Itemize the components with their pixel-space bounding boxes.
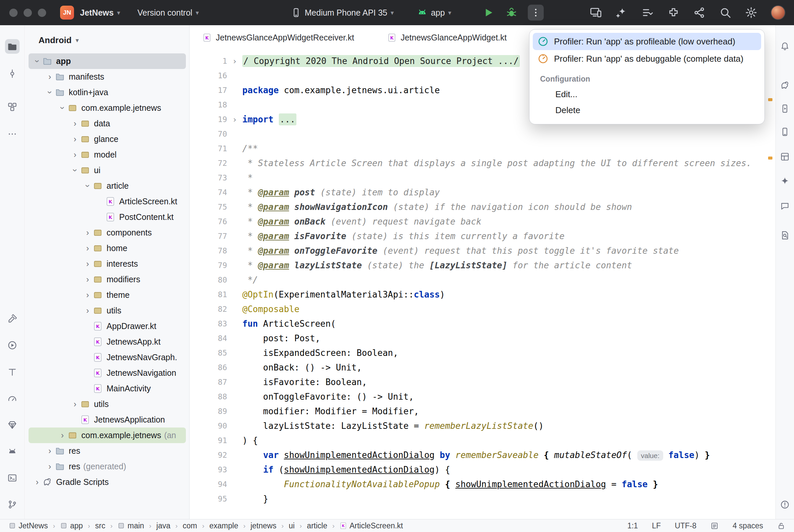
tool-button-running-devices-icon[interactable] xyxy=(778,101,792,115)
tree-chevron-icon[interactable]: › xyxy=(82,274,93,284)
tool-button-device-manager-icon[interactable] xyxy=(5,444,20,459)
task-list-icon[interactable] xyxy=(641,6,654,19)
caret-position-widget[interactable]: 1:1 xyxy=(627,521,638,530)
scrollbar-warning-tick[interactable] xyxy=(768,156,772,159)
code-line-71[interactable]: 71/** xyxy=(190,141,775,156)
tree-chevron-icon[interactable]: › xyxy=(82,306,93,316)
encoding-widget[interactable]: UTF-8 xyxy=(675,521,697,530)
code-line-75[interactable]: 75 * @param showNavigationIcon (state) i… xyxy=(190,200,775,214)
device-selector[interactable]: Medium Phone API 35 ▾ xyxy=(291,7,394,18)
user-avatar[interactable] xyxy=(771,5,786,20)
project-view-selector[interactable]: Android ▾ xyxy=(25,25,189,53)
code-line-84[interactable]: 84 post: Post, xyxy=(190,331,775,346)
code-line-95[interactable]: 95 } xyxy=(190,492,775,506)
tree-chevron-icon[interactable]: › xyxy=(82,244,93,253)
popup-item-profiler-debuggable[interactable]: Profiler: Run 'app' as debuggable (compl… xyxy=(533,50,761,67)
tree-item-manifests[interactable]: ›manifests xyxy=(29,69,186,84)
tree-chevron-icon[interactable]: › xyxy=(70,165,80,176)
tree-item-com-example-jetnews[interactable]: ›com.example.jetnews(an xyxy=(29,428,186,443)
project-selector[interactable]: JetNews ▾ xyxy=(80,8,120,18)
code-line-93[interactable]: 93 if (showUnimplementedActionDialog) { xyxy=(190,462,775,477)
tree-chevron-icon[interactable]: › xyxy=(70,399,80,409)
code-line-92[interactable]: 92 var showUnimplementedActionDialog by … xyxy=(190,448,775,462)
tree-chevron-icon[interactable]: › xyxy=(58,103,68,113)
unlocked-icon[interactable] xyxy=(777,522,786,530)
tree-chevron-icon[interactable]: › xyxy=(57,431,68,440)
breadcrumb-item-java[interactable]: java xyxy=(156,521,170,530)
code-line-88[interactable]: 88 onToggleFavorite: () -> Unit, xyxy=(190,390,775,404)
line-ending-widget[interactable]: LF xyxy=(652,521,661,530)
code-line-72[interactable]: 72 * Stateless Article Screen that displ… xyxy=(190,156,775,170)
fold-chevron-icon[interactable]: › xyxy=(227,56,242,66)
fold-chevron-icon[interactable]: › xyxy=(227,115,242,125)
breadcrumb-item-jetnews[interactable]: jetnews xyxy=(251,521,277,530)
breadcrumb-item-app[interactable]: app xyxy=(60,521,82,530)
search-icon[interactable] xyxy=(719,6,732,19)
tool-button-gemini-icon[interactable] xyxy=(778,174,792,188)
code-line-86[interactable]: 86 onBack: () -> Unit, xyxy=(190,360,775,375)
breadcrumb-item-com[interactable]: com xyxy=(183,521,197,530)
tool-button-assistant-icon[interactable] xyxy=(778,199,792,213)
tool-button-commit-icon[interactable] xyxy=(5,66,20,81)
tree-item-components[interactable]: ›components xyxy=(29,225,186,241)
tool-button-run-icon[interactable] xyxy=(5,338,20,353)
tree-item-data[interactable]: ›data xyxy=(29,116,186,131)
tab-jetnewsglanceappwidgetreceiver[interactable]: K JetnewsGlanceAppWidgetReceiver.kt xyxy=(202,33,354,42)
tool-button-structure-icon[interactable] xyxy=(5,99,20,114)
tree-chevron-icon[interactable]: › xyxy=(44,446,55,456)
tree-item-com-example-jetnews[interactable]: ›com.example.jetnews xyxy=(29,100,186,116)
tool-button-device-explorer-icon[interactable] xyxy=(778,125,792,139)
mirror-device-icon[interactable] xyxy=(590,6,602,19)
tool-button-problems-icon[interactable] xyxy=(778,497,792,511)
ai-assistant-icon[interactable] xyxy=(615,6,628,19)
code-line-85[interactable]: 85 isExpandedScreen: Boolean, xyxy=(190,346,775,360)
tree-item-jetnewsnavgraph-[interactable]: KJetnewsNavGraph. xyxy=(29,349,186,365)
breadcrumb-item-article[interactable]: article xyxy=(307,521,327,530)
code-line-77[interactable]: 77 * @param isFavorite (state) is this i… xyxy=(190,229,775,244)
close-window-button[interactable] xyxy=(9,8,18,17)
debug-button[interactable] xyxy=(504,6,518,20)
breadcrumb-item-jetnews[interactable]: JetNews xyxy=(8,521,48,530)
popup-action-edit[interactable]: Edit... xyxy=(533,86,761,102)
tool-button-gradle-icon[interactable] xyxy=(778,78,792,92)
tree-chevron-icon[interactable]: › xyxy=(70,134,80,144)
code-line-87[interactable]: 87 isFavorite: Boolean, xyxy=(190,375,775,390)
tree-item-theme[interactable]: ›theme xyxy=(29,287,186,303)
tree-item-mainactivity[interactable]: KMainActivity xyxy=(29,381,186,396)
code-line-74[interactable]: 74 * @param post (state) item to display xyxy=(190,185,775,200)
tree-item-interests[interactable]: ›interests xyxy=(29,256,186,272)
tree-chevron-icon[interactable]: › xyxy=(32,477,42,487)
code-line-73[interactable]: 73 * xyxy=(190,170,775,185)
tool-button-version-control-icon[interactable] xyxy=(5,497,20,512)
code-line-94[interactable]: 94 FunctionalityNotAvailablePopup { show… xyxy=(190,477,775,492)
tree-chevron-icon[interactable]: › xyxy=(33,56,42,66)
code-line-76[interactable]: 76 * @param onBack (event) request navig… xyxy=(190,214,775,229)
popup-item-profiler-profileable[interactable]: Profiler: Run 'app' as profileable (low … xyxy=(533,33,761,50)
tool-button-app-quality-insights-icon[interactable] xyxy=(5,418,20,432)
code-line-82[interactable]: 82@Composable xyxy=(190,302,775,317)
tree-item-model[interactable]: ›model xyxy=(29,147,186,163)
tool-button-todo-icon[interactable] xyxy=(5,365,20,379)
tree-item-home[interactable]: ›home xyxy=(29,241,186,256)
editor-config-icon[interactable] xyxy=(710,522,719,530)
tree-item-modifiers[interactable]: ›modifiers xyxy=(29,272,186,287)
tree-item-articlescreen-kt[interactable]: KArticleScreen.kt xyxy=(29,194,186,209)
tree-item-kotlin-java[interactable]: ›kotlin+java xyxy=(29,84,186,100)
plugins-icon[interactable] xyxy=(667,6,680,19)
tree-chevron-icon[interactable]: › xyxy=(45,87,55,98)
tree-item-gradle-scripts[interactable]: ›Gradle Scripts xyxy=(29,474,186,490)
tree-item-appdrawer-kt[interactable]: KAppDrawer.kt xyxy=(29,318,186,334)
code-line-81[interactable]: 81@OptIn(ExperimentalMaterial3Api::class… xyxy=(190,287,775,302)
code-line-90[interactable]: 90 lazyListState: LazyListState = rememb… xyxy=(190,419,775,433)
tree-item-article[interactable]: ›article xyxy=(29,178,186,194)
more-run-options-button[interactable] xyxy=(528,5,544,21)
breadcrumb-item-articlescreen-kt[interactable]: KArticleScreen.kt xyxy=(339,521,403,530)
tree-chevron-icon[interactable]: › xyxy=(70,119,80,128)
tool-button-build-icon[interactable] xyxy=(5,311,20,326)
code-line-89[interactable]: 89 modifier: Modifier = Modifier, xyxy=(190,404,775,419)
popup-action-delete[interactable]: Delete xyxy=(533,102,761,118)
zoom-window-button[interactable] xyxy=(38,8,46,17)
tree-item-glance[interactable]: ›glance xyxy=(29,131,186,147)
tool-button-project-icon[interactable] xyxy=(5,39,20,54)
breadcrumb-item-ui[interactable]: ui xyxy=(289,521,295,530)
